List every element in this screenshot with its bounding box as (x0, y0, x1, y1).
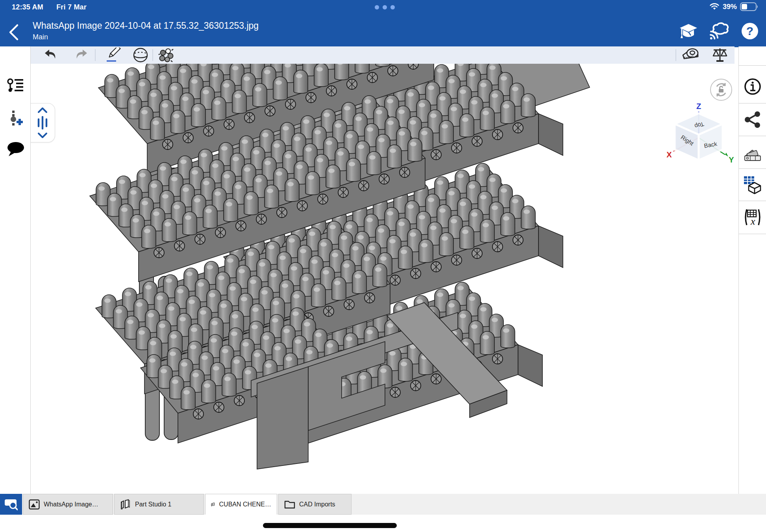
sketch-pencil-icon (106, 48, 122, 63)
part-studio-icon (120, 499, 131, 510)
sidebar-separator (739, 168, 766, 169)
document-header: WhatsApp Image 2024-10-04 at 17.55.32_36… (0, 16, 766, 47)
toolbar-separator (675, 49, 676, 61)
tab-label: CUBAN CHENE… (219, 501, 271, 508)
wifi-icon (709, 3, 720, 11)
sidebar-separator (739, 103, 766, 103)
status-left: 12:35 AM Fri 7 Mar (12, 3, 87, 11)
sidebar-separator (739, 65, 766, 66)
appearance-icon (743, 144, 762, 161)
view-cube[interactable]: Z X Y Top Right Back (665, 100, 738, 169)
part-studio-icon (211, 499, 215, 510)
status-right: 39% (709, 2, 758, 11)
insert-feature-icon (7, 110, 24, 127)
share-button[interactable] (743, 109, 762, 131)
rotate-lock-icon (713, 82, 729, 98)
battery-icon (740, 2, 758, 11)
measure-button[interactable] (682, 47, 700, 63)
tab-label: WhatsApp Image… (44, 501, 98, 508)
model-viewport[interactable]: Z X Y Top Right Back (31, 64, 738, 494)
cloud-sync-icon (709, 22, 729, 40)
modeling-toolbar (31, 46, 735, 64)
cad-model (31, 64, 738, 494)
info-button[interactable] (743, 76, 762, 98)
toolbar-separator (95, 49, 96, 61)
left-sidebar (0, 46, 31, 494)
solid-tools-button[interactable] (131, 47, 150, 63)
sidebar-separator (739, 136, 766, 136)
image-icon (29, 499, 40, 510)
appearance-button[interactable] (743, 142, 762, 164)
toolbar-separator (152, 49, 153, 61)
sphere-icon (133, 47, 148, 63)
dot (375, 5, 379, 9)
graduation-cap-icon (679, 22, 698, 40)
chevron-left-icon (7, 23, 20, 42)
feature-slider-icon (37, 116, 48, 129)
tab-whatsapp-image[interactable]: WhatsApp Image… (23, 494, 113, 515)
feature-list-icon (7, 78, 24, 93)
tab-label: Part Studio 1 (135, 501, 172, 508)
redo-icon (74, 49, 88, 61)
tab-label: CAD Imports (299, 501, 335, 508)
sketch-button[interactable] (105, 47, 123, 63)
comment-icon (6, 141, 24, 157)
parts-button[interactable] (157, 47, 175, 63)
chevron-down-icon[interactable] (37, 132, 48, 139)
tab-cuban-chene-active[interactable]: CUBAN CHENE… (205, 494, 277, 515)
right-sidebar: x (738, 46, 766, 494)
search-tabs-button[interactable] (0, 494, 22, 515)
sidebar-separator (739, 201, 766, 201)
variables-icon: x (743, 208, 762, 227)
rotate-lock-button[interactable] (710, 79, 732, 101)
workspace-name: Main (33, 33, 48, 41)
folder-icon (284, 500, 295, 509)
search-tabs-icon (4, 499, 18, 510)
feature-list-button[interactable] (6, 76, 25, 96)
variables-button[interactable]: x (743, 206, 762, 228)
back-button[interactable] (7, 23, 24, 42)
feature-panel-handle[interactable] (31, 103, 55, 142)
multitask-dots (375, 5, 395, 9)
tape-measure-icon (682, 47, 699, 63)
mass-properties-icon (712, 47, 728, 63)
undo-button[interactable] (42, 47, 60, 63)
axis-z-label: Z (696, 102, 701, 111)
dot (390, 5, 395, 9)
help-button[interactable]: ? (740, 21, 760, 41)
svg-text:?: ? (746, 24, 753, 37)
chevron-up-icon[interactable] (37, 107, 48, 114)
comments-button[interactable] (6, 139, 25, 159)
status-bar: 12:35 AM Fri 7 Mar 39% (0, 0, 766, 16)
info-icon (744, 78, 762, 96)
battery-percent: 39% (723, 3, 737, 11)
axis-x-label: X (666, 150, 672, 159)
mass-properties-button[interactable] (711, 47, 729, 63)
clock-time: 12:35 AM (12, 3, 43, 11)
svg-text:x: x (750, 216, 755, 227)
redo-button[interactable] (72, 47, 90, 63)
dot (383, 5, 387, 9)
cloud-sync-button[interactable] (709, 21, 729, 41)
configurations-icon (743, 175, 762, 194)
configurations-button[interactable] (743, 174, 762, 196)
sidebar-separator (739, 234, 766, 234)
share-icon (744, 111, 761, 128)
tab-cad-imports[interactable]: CAD Imports (278, 494, 352, 515)
tab-part-studio-1[interactable]: Part Studio 1 (114, 494, 204, 515)
onshape-app-screen: 12:35 AM Fri 7 Mar 39% (0, 0, 766, 532)
view-cube-body[interactable]: Top Right Back (675, 113, 723, 160)
document-title: WhatsApp Image 2024-10-04 at 17.55.32_36… (33, 20, 259, 31)
document-tab-bar: WhatsApp Image… Part Studio 1 CUBAN CHEN… (0, 494, 766, 515)
home-indicator[interactable] (263, 523, 397, 528)
undo-icon (44, 49, 58, 61)
insert-feature-button[interactable] (6, 109, 25, 128)
axis-y-label: Y (729, 155, 734, 164)
help-icon: ? (741, 22, 759, 40)
learning-center-button[interactable] (679, 21, 698, 41)
parts-cluster-icon (157, 47, 174, 63)
status-date: Fri 7 Mar (56, 3, 87, 11)
